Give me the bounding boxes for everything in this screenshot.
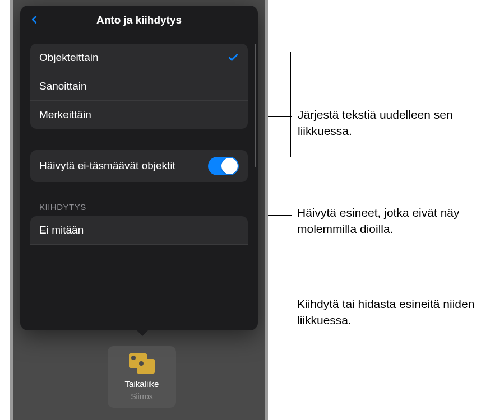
callout-line bbox=[268, 307, 292, 307]
callout-bracket bbox=[268, 52, 290, 52]
callout-text-1: Järjestä tekstiä uudelleen sen liikkuess… bbox=[298, 106, 488, 139]
magic-move-icon bbox=[129, 353, 155, 374]
acceleration-label: Ei mitään bbox=[39, 224, 84, 236]
option-sanoittain[interactable]: Sanoittain bbox=[30, 72, 248, 101]
callout-text-2: Häivytä esineet, jotka eivät näy molemmi… bbox=[297, 204, 493, 237]
popover-tail bbox=[135, 328, 150, 336]
acceleration-header: KIIHDYTYS bbox=[30, 202, 248, 216]
transition-toolbar-item[interactable]: Taikaliike Siirros bbox=[108, 346, 176, 408]
checkmark-icon bbox=[228, 52, 239, 63]
fade-unmatched-toggle[interactable] bbox=[208, 157, 239, 175]
callout-bracket bbox=[268, 157, 290, 157]
option-objekteittain[interactable]: Objekteittain bbox=[30, 44, 248, 72]
option-merkeittain[interactable]: Merkeittäin bbox=[30, 101, 248, 129]
device-frame: Anto ja kiihdytys Objekteittain Sanoitta… bbox=[10, 0, 268, 420]
acceleration-none[interactable]: Ei mitään bbox=[30, 216, 248, 245]
fade-toggle-group: Häivytä ei-täsmäävät objektit bbox=[30, 150, 248, 182]
callout-line bbox=[268, 116, 292, 117]
option-label: Merkeittäin bbox=[39, 109, 91, 121]
scroll-indicator[interactable] bbox=[255, 44, 256, 167]
transition-subtitle: Siirros bbox=[131, 392, 153, 401]
toggle-knob bbox=[221, 158, 238, 174]
acceleration-group: Ei mitään bbox=[30, 216, 248, 245]
fade-unmatched-row: Häivytä ei-täsmäävät objektit bbox=[30, 150, 248, 182]
callout-text-3: Kiihdytä tai hidasta esineitä niiden lii… bbox=[297, 296, 493, 329]
option-label: Sanoittain bbox=[39, 80, 87, 92]
popover-title: Anto ja kiihdytys bbox=[96, 14, 182, 26]
transition-name: Taikaliike bbox=[125, 379, 159, 389]
option-label: Objekteittain bbox=[39, 52, 99, 64]
callout-line bbox=[268, 215, 292, 216]
delivery-option-group: Objekteittain Sanoittain Merkeittäin bbox=[30, 44, 248, 129]
popover-header: Anto ja kiihdytys bbox=[20, 6, 258, 35]
popover-panel: Anto ja kiihdytys Objekteittain Sanoitta… bbox=[20, 6, 258, 330]
toggle-label: Häivytä ei-täsmäävät objektit bbox=[39, 159, 208, 173]
content-scroll[interactable]: Objekteittain Sanoittain Merkeittäin H bbox=[30, 44, 248, 330]
callout-bracket bbox=[290, 52, 291, 157]
back-button[interactable] bbox=[28, 13, 40, 26]
